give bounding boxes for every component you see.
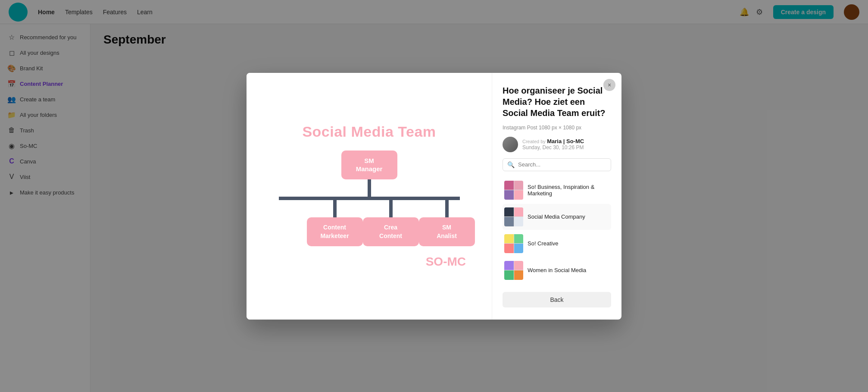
org-connector-top	[368, 179, 371, 197]
board-thumb-1	[504, 181, 523, 200]
modal-meta: Instagram Post 1080 px × 1080 px	[503, 125, 611, 131]
thumb-cell	[504, 261, 514, 270]
thumb-cell	[504, 181, 514, 190]
thumb-cell	[514, 190, 524, 200]
back-button[interactable]: Back	[503, 292, 611, 307]
board-item-1[interactable]: So! Business, Inspiration & Marketing	[503, 177, 611, 203]
thumb-cell	[504, 217, 514, 226]
thumb-cell	[504, 270, 514, 280]
thumb-cell	[514, 244, 524, 253]
org-h-container: Content Marketeer Crea Content	[279, 197, 460, 246]
org-box-crea-content: Crea Content	[363, 217, 419, 246]
modal-overlay[interactable]: × Social Media Team SM Manager	[0, 0, 868, 392]
thumb-cell	[514, 181, 524, 190]
org-branch-1: Content Marketeer	[307, 200, 363, 246]
diagram-brand: SO-MC	[255, 255, 475, 269]
org-box-sm-analist: SM Analist	[419, 217, 475, 246]
modal-close-button[interactable]: ×	[603, 79, 615, 91]
board-item-2[interactable]: Social Media Company	[503, 204, 611, 230]
thumb-cell	[504, 207, 514, 217]
diagram-title: Social Media Team	[302, 123, 436, 140]
board-thumb-3	[504, 234, 523, 253]
org-box-content-marketeer: Content Marketeer	[307, 217, 363, 246]
org-branch-3: SM Analist	[419, 200, 475, 246]
modal-heading: Hoe organiseer je Social Media? Hoe ziet…	[503, 85, 611, 119]
branch-connector-1	[333, 200, 337, 217]
thumb-cell	[504, 190, 514, 200]
thumb-cell	[514, 261, 524, 270]
thumb-cell	[514, 234, 524, 244]
thumb-cell	[514, 217, 524, 226]
org-chart: SM Manager Content	[259, 151, 479, 246]
org-branches: Content Marketeer Crea Content	[279, 200, 460, 246]
search-input[interactable]	[518, 161, 606, 168]
thumb-cell	[514, 270, 524, 280]
thumb-cell	[514, 207, 524, 217]
board-label-2: Social Media Company	[528, 213, 585, 220]
diagram: Social Media Team SM Manager	[259, 123, 479, 269]
modal-preview: Social Media Team SM Manager	[247, 73, 492, 320]
board-label-1: So! Business, Inspiration & Marketing	[528, 184, 609, 197]
thumb-cell	[504, 244, 514, 253]
search-icon: 🔍	[507, 161, 515, 168]
creator-info: Created by Maria | So-MC Sunday, Dec 30,…	[522, 138, 584, 151]
org-branch-2: Crea Content	[363, 200, 419, 246]
board-thumb-4	[504, 261, 523, 280]
board-label-4: Women in Social Media	[528, 267, 586, 273]
creator-name: Maria | So-MC	[547, 138, 584, 144]
board-item-4[interactable]: Women in Social Media	[503, 257, 611, 283]
org-horizontal-bar	[279, 197, 460, 200]
creator-date: Sunday, Dec 30, 10:26 PM	[522, 144, 584, 151]
modal-info-panel: Hoe organiseer je Social Media? Hoe ziet…	[492, 73, 621, 320]
thumb-cell	[504, 234, 514, 244]
branch-connector-2	[389, 200, 393, 217]
board-item-3[interactable]: So! Creative	[503, 231, 611, 257]
board-list: So! Business, Inspiration & Marketing So…	[503, 177, 611, 283]
search-box[interactable]: 🔍	[503, 158, 611, 171]
board-label-3: So! Creative	[528, 240, 559, 247]
board-thumb-2	[504, 207, 523, 226]
branch-connector-3	[445, 200, 449, 217]
creator-row: Created by Maria | So-MC Sunday, Dec 30,…	[503, 137, 611, 152]
org-top-box: SM Manager	[341, 151, 397, 179]
modal: × Social Media Team SM Manager	[247, 73, 621, 320]
creator-avatar	[503, 137, 518, 152]
